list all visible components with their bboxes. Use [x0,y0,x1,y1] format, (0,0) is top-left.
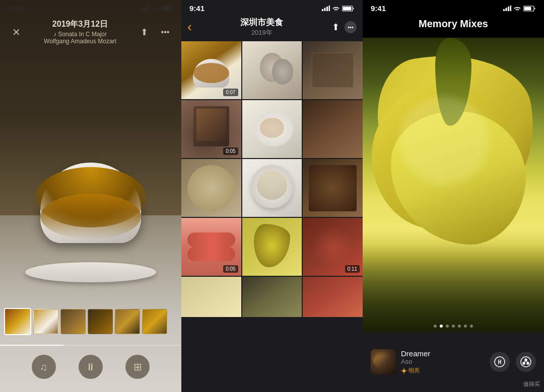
status-time: 9:41 [8,4,23,13]
svg-rect-0 [141,9,142,11]
battery-icon-3 [523,6,536,12]
photo-cell[interactable] [242,218,302,276]
photo-cell[interactable] [181,159,241,217]
photo-cell[interactable]: 0:11 [303,218,363,276]
dot-2[interactable] [440,325,443,328]
video-duration: 0:11 [345,265,360,273]
svg-rect-9 [329,6,330,11]
photo-cell[interactable] [242,41,302,99]
svg-rect-15 [510,6,512,11]
song-info: Dreamer Aso 明亮 [401,349,486,374]
video-duration: 0:05 [223,265,238,273]
video-duration: 0:07 [223,89,238,96]
photo-cell[interactable]: 0:07 [181,41,241,99]
share-button[interactable]: ⬆ [136,24,152,40]
dot-3[interactable] [446,325,449,328]
filmstrip-item[interactable] [60,309,86,334]
svg-rect-12 [503,9,505,11]
brightness-tag: 明亮 [401,367,486,374]
filmstrip-item[interactable] [4,308,31,335]
photo-cell[interactable] [303,41,363,99]
svg-rect-3 [148,6,149,11]
photo-cell[interactable] [242,100,302,158]
more-button[interactable]: ••• [157,24,173,40]
photo-cell[interactable] [242,159,302,217]
signal-icon [141,6,149,11]
panel-slideshow: 9:41 ✕ 2019年3月12日 ♪ Sonata In C Major Wo… [0,0,181,392]
filmstrip-item[interactable] [33,309,58,334]
status-icons-3 [503,6,536,12]
progress-bar[interactable] [0,345,181,346]
video-duration: 0:05 [223,147,238,155]
svg-rect-11 [343,7,352,10]
share-mix-button[interactable] [516,352,536,372]
panel-photo-grid: 9:41 ‹ 深圳市美食 2019年 ⬆ ••• [181,0,363,392]
wifi-icon [151,6,159,11]
photo-cell[interactable]: 0:05 [181,218,241,276]
album-title-area: 深圳市美食 2019年 [192,17,332,37]
music-button[interactable]: ♫ [32,355,56,379]
svg-point-25 [525,359,527,361]
svg-line-29 [526,361,528,362]
slideshow-artist: Wolfgang Amadeus Mozart [24,38,136,45]
photo-cell[interactable] [303,277,363,317]
progress-fill [0,345,63,346]
battery-icon [161,6,173,12]
playback-controls: ♫ ⏸ ⊞ [0,352,181,382]
more-button-2[interactable]: ••• [345,21,357,33]
share-button-2[interactable]: ⬆ [332,22,339,33]
dot-6[interactable] [464,325,467,328]
banana-photo [363,38,544,332]
svg-point-27 [527,362,529,364]
grid-button[interactable]: ⊞ [125,355,150,379]
song-artist: Aso [401,358,486,365]
song-title: Dreamer [401,349,486,358]
memory-controls [490,352,536,372]
page-dots [363,325,544,328]
signal-icon-2 [322,6,330,11]
music-mix-button[interactable] [490,352,510,372]
dot-5[interactable] [458,325,461,328]
status-bar-2: 9:41 [181,0,363,15]
brightness-label: 明亮 [409,367,420,374]
svg-rect-13 [506,8,507,12]
close-button[interactable]: ✕ [8,24,24,40]
photo-cell[interactable]: 0:05 [181,100,241,158]
pause-button[interactable]: ⏸ [79,355,103,379]
svg-rect-1 [143,8,145,12]
status-bar-3: 9:41 [363,0,544,15]
album-top-bar: ‹ 深圳市美食 2019年 ⬆ ••• [181,15,363,41]
album-title: 深圳市美食 [192,17,332,28]
svg-rect-2 [145,7,147,11]
wifi-icon-3 [513,6,521,11]
share-icon [520,356,531,367]
album-year: 2019年 [192,28,332,37]
panel-memory-mixes: 9:41 Memory Mixes [363,0,544,392]
dot-1[interactable] [434,325,437,328]
svg-rect-17 [524,7,531,10]
filmstrip-item[interactable] [142,309,167,334]
album-art [371,349,396,374]
filmstrip-item[interactable] [88,309,113,334]
status-time-2: 9:41 [189,4,205,13]
photo-cell[interactable] [242,277,302,317]
slideshow-title-area: 2019年3月12日 ♪ Sonata In C Major Wolfgang … [24,19,136,45]
filmstrip-item[interactable] [115,309,140,334]
photo-grid[interactable]: 0:07 [181,41,363,392]
photo-cell[interactable] [303,159,363,217]
svg-rect-5 [162,7,170,10]
dot-4[interactable] [452,325,455,328]
memory-main-photo[interactable] [363,38,544,332]
now-playing-bar: Dreamer Aso 明亮 [363,332,544,392]
battery-icon-2 [342,6,355,12]
svg-point-24 [521,357,531,367]
dot-7[interactable] [470,325,473,328]
svg-rect-14 [508,7,509,11]
svg-rect-7 [324,8,326,12]
photo-cell[interactable] [303,100,363,158]
top-bar: ✕ 2019年3月12日 ♪ Sonata In C Major Wolfgan… [0,15,181,49]
wifi-icon-2 [332,6,340,11]
back-button[interactable]: ‹ [187,19,192,35]
slideshow-song: ♪ Sonata In C Major [24,31,136,38]
photo-cell[interactable] [181,277,241,317]
